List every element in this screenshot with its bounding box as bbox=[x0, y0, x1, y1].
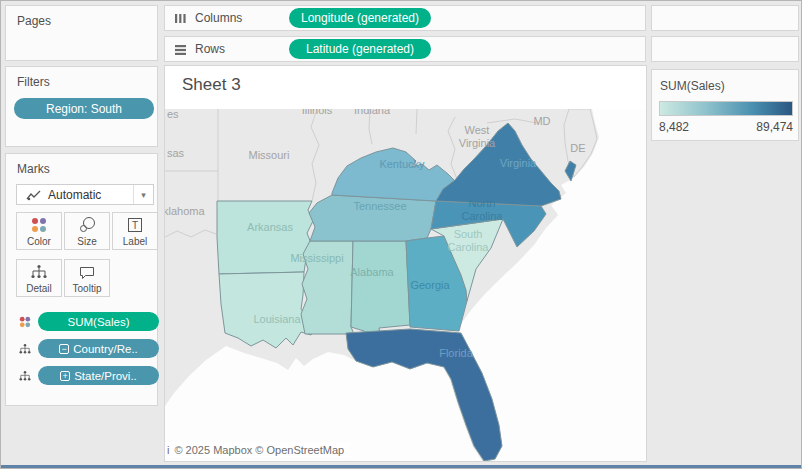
window-bottom-edge bbox=[1, 465, 802, 468]
pages-title: Pages bbox=[6, 6, 157, 28]
legend-max: 89,474 bbox=[756, 120, 793, 134]
detail-hierarchy-icon bbox=[18, 342, 32, 356]
label-oklahoma: klahoma bbox=[165, 205, 205, 217]
rows-icon bbox=[174, 44, 187, 55]
expand-box-icon[interactable]: + bbox=[60, 371, 70, 381]
filters-shelf[interactable]: Filters Region: South bbox=[5, 66, 158, 147]
label-virginia: Virginia bbox=[500, 157, 537, 169]
detail-button[interactable]: Detail bbox=[16, 259, 62, 297]
state-alabama[interactable] bbox=[351, 241, 410, 341]
pill-sum-sales-label: SUM(Sales) bbox=[68, 316, 130, 328]
filter-pill-label: Region: South bbox=[46, 102, 122, 116]
marks-title: Marks bbox=[6, 154, 157, 176]
legend-min: 8,482 bbox=[659, 120, 689, 134]
label-south-carolina-1: South bbox=[454, 228, 483, 240]
rows-shelf-extension[interactable] bbox=[651, 36, 799, 62]
svg-text:T: T bbox=[132, 220, 138, 231]
columns-shelf[interactable]: Columns Longitude (generated) bbox=[164, 5, 646, 31]
label-md: MD bbox=[533, 115, 550, 127]
pill-latitude-label: Latitude (generated) bbox=[306, 42, 414, 56]
filter-pill-region-south[interactable]: Region: South bbox=[14, 98, 154, 119]
sheet-title[interactable]: Sheet 3 bbox=[182, 75, 241, 95]
columns-shelf-label: Columns bbox=[195, 11, 242, 25]
map-view[interactable]: Missouri Illinois Indiana klahoma sas es… bbox=[165, 109, 646, 461]
attribution-text: © 2025 Mapbox © OpenStreetMap bbox=[174, 444, 344, 456]
columns-icon bbox=[174, 13, 187, 24]
label-indiana: Indiana bbox=[354, 109, 391, 116]
collapse-box-icon[interactable]: − bbox=[59, 344, 69, 354]
label-tennessee: Tennessee bbox=[353, 200, 406, 212]
label-north-carolina-1: North bbox=[469, 197, 496, 209]
label-florida: Florida bbox=[439, 347, 474, 359]
marks-card: Marks Automatic ▾ Color Size T bbox=[5, 153, 158, 406]
label-button-label: Label bbox=[123, 236, 147, 247]
tooltip-bubble-icon bbox=[77, 262, 97, 282]
mark-type-dropdown[interactable]: Automatic ▾ bbox=[16, 184, 154, 205]
label-de: DE bbox=[570, 142, 585, 154]
label-button[interactable]: T Label bbox=[112, 212, 158, 250]
pill-country-region-label: Country/Re.. bbox=[73, 343, 138, 355]
color-legend-card: SUM(Sales) 8,482 89,474 bbox=[651, 69, 799, 141]
label-t-icon: T bbox=[125, 215, 145, 235]
legend-title: SUM(Sales) bbox=[652, 70, 798, 93]
map-attribution: i © 2025 Mapbox © OpenStreetMap bbox=[165, 442, 350, 457]
size-button[interactable]: Size bbox=[64, 212, 110, 250]
legend-range: 8,482 89,474 bbox=[659, 120, 793, 134]
columns-shelf-extension[interactable] bbox=[651, 5, 799, 31]
label-es: es bbox=[167, 109, 179, 120]
label-mississippi: Mississippi bbox=[290, 252, 343, 264]
label-illinois: Illinois bbox=[302, 109, 333, 116]
legend-gradient-bar[interactable] bbox=[659, 101, 793, 116]
color-dots-icon bbox=[29, 215, 49, 235]
detail-button-label: Detail bbox=[26, 283, 52, 294]
color-button[interactable]: Color bbox=[16, 212, 62, 250]
pill-state-province[interactable]: + State/Provi.. bbox=[38, 366, 159, 385]
marks-pill-row: SUM(Sales) bbox=[18, 312, 159, 331]
rows-shelf[interactable]: Rows Latitude (generated) bbox=[164, 36, 646, 62]
label-missouri: Missouri bbox=[249, 149, 290, 161]
marks-pill-row: + State/Provi.. bbox=[18, 366, 159, 385]
tooltip-button-label: Tooltip bbox=[73, 283, 102, 294]
pill-longitude-label: Longitude (generated) bbox=[301, 11, 419, 25]
label-arkansas: Arkansas bbox=[247, 221, 293, 233]
detail-hierarchy-icon bbox=[18, 369, 32, 383]
detail-hierarchy-icon bbox=[29, 262, 49, 282]
marks-pill-row: − Country/Re.. bbox=[18, 339, 159, 358]
pill-state-province-label: State/Provi.. bbox=[74, 370, 137, 382]
label-west-virginia-2: Virginia bbox=[459, 137, 496, 149]
size-button-label: Size bbox=[77, 236, 96, 247]
pill-country-region[interactable]: − Country/Re.. bbox=[38, 339, 159, 358]
color-button-label: Color bbox=[27, 236, 51, 247]
label-south-carolina-2: Carolina bbox=[448, 241, 490, 253]
pages-shelf[interactable]: Pages bbox=[5, 5, 158, 61]
label-alabama: Alabama bbox=[350, 266, 394, 278]
rows-shelf-label: Rows bbox=[195, 42, 225, 56]
tooltip-button[interactable]: Tooltip bbox=[64, 259, 110, 297]
mark-type-label: Automatic bbox=[48, 188, 133, 202]
label-north-carolina-2: Carolina bbox=[462, 210, 504, 222]
color-dots-icon bbox=[18, 315, 32, 329]
label-louisiana: Louisiana bbox=[253, 313, 301, 325]
pill-longitude[interactable]: Longitude (generated) bbox=[289, 8, 431, 28]
size-circles-icon bbox=[77, 215, 97, 235]
pill-latitude[interactable]: Latitude (generated) bbox=[289, 39, 431, 59]
tableau-window: Pages Filters Region: South Marks Automa… bbox=[0, 0, 802, 469]
filters-title: Filters bbox=[6, 67, 157, 89]
label-georgia: Georgia bbox=[410, 279, 450, 291]
pill-sum-sales[interactable]: SUM(Sales) bbox=[38, 312, 159, 331]
label-kansas: sas bbox=[167, 147, 185, 159]
automatic-mark-icon bbox=[26, 189, 42, 201]
label-kentucky: Kentucky bbox=[379, 158, 425, 170]
chevron-down-icon[interactable]: ▾ bbox=[133, 185, 153, 204]
info-icon: i bbox=[167, 444, 169, 456]
label-west-virginia-1: West bbox=[465, 124, 490, 136]
